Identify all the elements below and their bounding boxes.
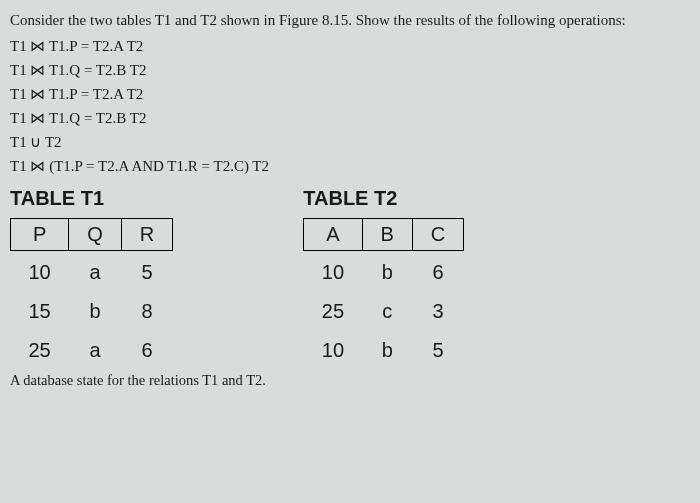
table-t2-header-row: A B C: [304, 219, 464, 251]
t1-header-p: P: [11, 219, 69, 251]
t1-cell: 25: [11, 329, 69, 368]
table-t1-header-row: P Q R: [11, 219, 173, 251]
t2-header-c: C: [412, 219, 463, 251]
t1-header-q: Q: [69, 219, 122, 251]
t2-cell: 3: [412, 290, 463, 329]
t2-cell: 25: [304, 290, 362, 329]
operation-2: T1 ⋈ T1.Q = T2.B T2: [10, 61, 690, 79]
problem-intro: Consider the two tables T1 and T2 shown …: [10, 12, 690, 29]
t2-cell: b: [362, 251, 412, 291]
t1-cell: a: [69, 329, 122, 368]
operation-5: T1 ∪ T2: [10, 133, 690, 151]
figure-caption: A database state for the relations T1 an…: [10, 372, 690, 389]
table-row: 10 b 6: [304, 251, 464, 291]
operation-1: T1 ⋈ T1.P = T2.A T2: [10, 37, 690, 55]
t1-header-r: R: [121, 219, 172, 251]
t1-cell: 6: [121, 329, 172, 368]
table-t2-block: TABLE T2 A B C 10 b 6 25 c 3 10 b 5: [303, 181, 464, 368]
t2-cell: 10: [304, 329, 362, 368]
t2-cell: 10: [304, 251, 362, 291]
table-row: 10 a 5: [11, 251, 173, 291]
operation-4: T1 ⋈ T1.Q = T2.B T2: [10, 109, 690, 127]
t1-cell: a: [69, 251, 122, 291]
table-row: 10 b 5: [304, 329, 464, 368]
operation-6: T1 ⋈ (T1.P = T2.A AND T1.R = T2.C) T2: [10, 157, 690, 175]
table-t1-title: TABLE T1: [10, 187, 173, 210]
table-t1-block: TABLE T1 P Q R 10 a 5 15 b 8 25 a 6: [10, 181, 173, 368]
t2-header-b: B: [362, 219, 412, 251]
table-t1: P Q R 10 a 5 15 b 8 25 a 6: [10, 218, 173, 368]
t2-cell: 5: [412, 329, 463, 368]
t1-cell: 8: [121, 290, 172, 329]
table-row: 15 b 8: [11, 290, 173, 329]
table-t2-title: TABLE T2: [303, 187, 464, 210]
t1-cell: b: [69, 290, 122, 329]
t1-cell: 10: [11, 251, 69, 291]
operation-3: T1 ⋈ T1.P = T2.A T2: [10, 85, 690, 103]
table-row: 25 c 3: [304, 290, 464, 329]
t2-header-a: A: [304, 219, 362, 251]
t2-cell: b: [362, 329, 412, 368]
t1-cell: 15: [11, 290, 69, 329]
t1-cell: 5: [121, 251, 172, 291]
t2-cell: c: [362, 290, 412, 329]
table-row: 25 a 6: [11, 329, 173, 368]
table-t2: A B C 10 b 6 25 c 3 10 b 5: [303, 218, 464, 368]
t2-cell: 6: [412, 251, 463, 291]
